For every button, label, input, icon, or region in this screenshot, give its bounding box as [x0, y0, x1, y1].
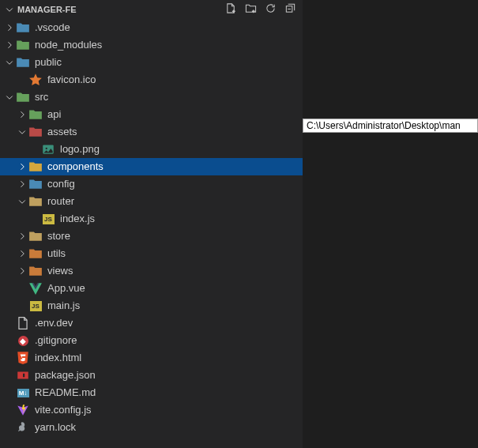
folder-icon [16, 38, 30, 52]
chevron-placeholder [3, 317, 16, 329]
chevron-right-icon[interactable] [16, 178, 28, 190]
vite-icon [16, 403, 30, 417]
chevron-down-icon[interactable] [16, 126, 28, 138]
folder-icon [16, 90, 30, 104]
tree-label: .env.dev [35, 314, 73, 332]
tree-folder[interactable]: router [0, 193, 303, 210]
tree-folder[interactable]: components [0, 158, 303, 175]
chevron-right-icon[interactable] [16, 265, 28, 277]
js-icon: JS [28, 299, 43, 313]
tree-file[interactable]: package.json [0, 367, 303, 384]
chevron-placeholder [3, 404, 16, 416]
chevron-right-icon[interactable] [3, 21, 16, 34]
svg-rect-4 [23, 374, 24, 378]
chevron-down-icon[interactable] [3, 3, 16, 16]
tree-file[interactable]: ◆.gitignore [0, 332, 303, 349]
tree-label: node_modules [35, 36, 102, 54]
folder-icon [28, 177, 43, 191]
tree-label: components [47, 158, 104, 175]
file-tree: .vscodenode_modulespublicfavicon.icosrca… [0, 19, 303, 442]
folder-icon [28, 229, 43, 243]
tree-folder[interactable]: api [0, 106, 303, 123]
path-tooltip: C:\Users\Administrator\Desktop\man [303, 119, 478, 133]
chevron-placeholder [28, 143, 41, 156]
tree-label: README.md [35, 384, 96, 401]
markdown-icon: M↓ [16, 386, 30, 400]
tree-label: index.html [35, 349, 81, 367]
tree-label: src [35, 88, 48, 106]
folder-icon [28, 107, 43, 122]
tree-label: App.vue [47, 280, 85, 297]
tree-folder[interactable]: config [0, 175, 303, 193]
explorer-sidebar: MANAGER-FE .vscodenode_modulespublicfavi… [0, 0, 303, 448]
tree-label: favicon.ico [47, 71, 96, 88]
tree-label: .gitignore [35, 332, 77, 349]
project-title: MANAGER-FE [17, 5, 77, 14]
tree-folder[interactable]: assets [0, 123, 303, 141]
tree-folder[interactable]: public [0, 54, 303, 71]
image-icon [41, 142, 55, 156]
tree-file[interactable]: M↓README.md [0, 384, 303, 401]
html-icon [16, 351, 30, 365]
tree-label: index.js [60, 210, 95, 228]
tree-file[interactable]: JSindex.js [0, 210, 303, 228]
chevron-right-icon[interactable] [16, 108, 28, 121]
tree-file[interactable]: yarn.lock [0, 419, 303, 436]
folder-icon [28, 264, 43, 278]
chevron-right-icon[interactable] [16, 247, 28, 260]
folder-icon [28, 125, 43, 139]
tree-file[interactable]: index.html [0, 349, 303, 367]
tree-folder[interactable]: .vscode [0, 19, 303, 36]
tree-label: utils [47, 245, 66, 262]
tree-label: .vscode [35, 19, 70, 36]
collapse-all-icon[interactable] [284, 2, 296, 17]
chevron-right-icon[interactable] [3, 39, 16, 51]
tree-label: yarn.lock [35, 419, 76, 436]
tree-file[interactable]: vite.config.js [0, 401, 303, 419]
tree-file[interactable]: App.vue [0, 280, 303, 297]
tree-file[interactable]: logo.png [0, 141, 303, 158]
chevron-placeholder [3, 334, 16, 347]
folder-icon [28, 247, 43, 261]
new-folder-icon[interactable] [245, 2, 257, 17]
new-file-icon[interactable] [225, 2, 237, 17]
tree-label: router [47, 193, 74, 210]
tree-folder[interactable]: store [0, 228, 303, 245]
tree-folder[interactable]: utils [0, 245, 303, 262]
chevron-placeholder [3, 352, 16, 364]
folder-icon [28, 194, 43, 209]
tree-folder[interactable]: src [0, 88, 303, 106]
tree-label: store [47, 228, 70, 245]
npm-icon [16, 368, 30, 382]
tree-label: package.json [35, 367, 96, 384]
svg-point-2 [46, 148, 47, 149]
chevron-down-icon[interactable] [3, 56, 16, 69]
chevron-right-icon[interactable] [16, 230, 28, 243]
tree-label: config [47, 175, 75, 193]
chevron-placeholder [3, 421, 16, 434]
tree-folder[interactable]: node_modules [0, 36, 303, 54]
tree-label: vite.config.js [35, 401, 92, 419]
tree-file[interactable]: JSmain.js [0, 297, 303, 314]
chevron-placeholder [16, 73, 28, 86]
tree-folder[interactable]: views [0, 262, 303, 280]
explorer-header: MANAGER-FE [0, 0, 303, 19]
tree-label: views [47, 262, 73, 280]
git-icon: ◆ [16, 333, 30, 348]
chevron-placeholder [3, 369, 16, 382]
folder-icon [16, 21, 30, 35]
tree-label: logo.png [60, 141, 100, 158]
explorer-actions [225, 2, 296, 17]
tree-label: assets [47, 123, 77, 141]
tree-file[interactable]: .env.dev [0, 314, 303, 332]
editor-area: C:\Users\Administrator\Desktop\man [303, 0, 478, 448]
chevron-right-icon[interactable] [16, 160, 28, 173]
file-icon [16, 316, 30, 330]
chevron-down-icon[interactable] [16, 195, 28, 208]
tree-file[interactable]: favicon.ico [0, 71, 303, 88]
chevron-placeholder [16, 282, 28, 295]
vue-icon [28, 281, 43, 296]
favicon-icon [28, 73, 43, 87]
chevron-down-icon[interactable] [3, 91, 16, 104]
refresh-icon[interactable] [265, 2, 277, 17]
